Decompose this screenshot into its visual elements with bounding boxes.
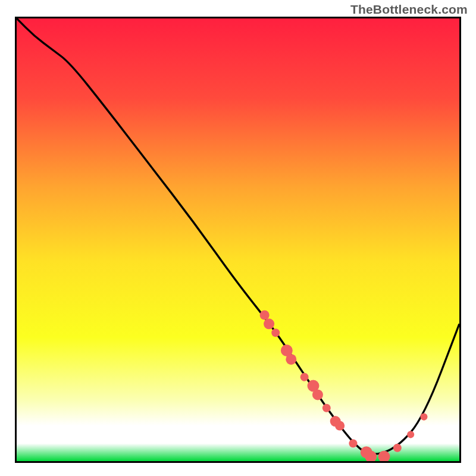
bottleneck-curve [17,18,459,454]
highlight-dot [349,439,357,447]
highlight-dot [312,389,323,400]
highlight-dot [420,414,427,421]
highlight-dot [260,310,270,320]
chart-frame [15,17,461,463]
highlight-dot [322,404,331,412]
highlight-dot [407,431,414,438]
highlight-dot [286,354,296,365]
watermark-text: TheBottleneck.com [350,2,468,17]
highlight-dots-group [260,310,428,461]
chart-plot [17,18,459,461]
highlight-dot [300,373,309,381]
highlight-dot [335,421,345,430]
highlight-dot [271,328,280,337]
highlight-dot [378,451,390,461]
highlight-dot [264,318,274,329]
highlight-dot [393,444,402,452]
